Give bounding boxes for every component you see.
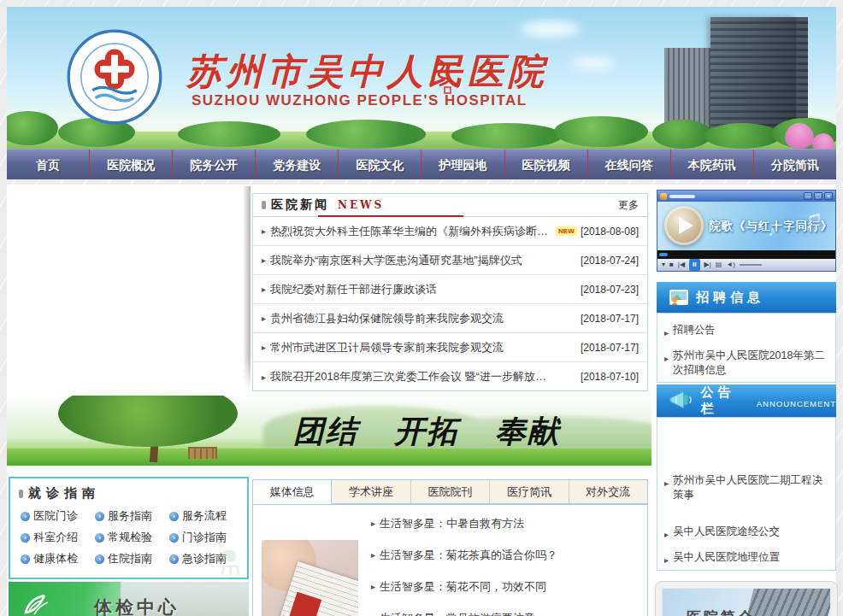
media-article-title: 生活智多星：中暑自救有方法	[380, 516, 524, 531]
stop-button[interactable]: ■	[669, 259, 674, 271]
media-article[interactable]: ▸生活智多星：菊花不同，功效不同	[371, 571, 557, 602]
arrow-icon: ▸	[262, 373, 266, 382]
play-icon	[679, 217, 693, 234]
announcement-link[interactable]: ▸吴中人民医院地理位置	[663, 546, 830, 572]
tab-学术讲座[interactable]: 学术讲座	[332, 480, 410, 504]
news-item-date: [2018-07-23]	[581, 284, 639, 296]
guide-header: 就诊指南	[10, 478, 247, 502]
news-item[interactable]: ▸我院举办“南京医科大学医患沟通研究基地”揭牌仪式[2018-07-24]	[253, 246, 647, 275]
guide-link[interactable]: ›住院指南	[95, 551, 169, 566]
nav-item[interactable]: 党务建设	[256, 150, 339, 179]
media-article[interactable]: ▸生活智多星：菊花茶真的适合你吗？	[371, 539, 557, 571]
arrow-icon: ▸	[371, 519, 375, 528]
guide-link[interactable]: ›科室介绍	[21, 530, 95, 545]
window-button[interactable]: □	[814, 192, 822, 200]
guide-link[interactable]: ›服务流程	[169, 508, 244, 524]
building-tower	[710, 17, 796, 137]
nav-item[interactable]: 护理园地	[422, 150, 504, 179]
news-item[interactable]: ▸热烈祝贺大外科主任陈革华主编的《新编外科疾病诊断与治NEW[2018-08-0…	[253, 217, 647, 246]
news-item-date: [2018-07-17]	[581, 313, 639, 325]
page: 苏州市吴中人民医院 SUZHOU WUZHONG PEOPLE'S HOSPIT…	[0, 0, 843, 616]
arrow-icon: ▸	[371, 550, 375, 560]
nav-item[interactable]: 首页	[7, 150, 90, 179]
tab-对外交流[interactable]: 对外交流	[569, 480, 647, 504]
news-item[interactable]: ▸我院纪委对新任干部进行廉政谈话[2018-07-23]	[253, 275, 647, 304]
news-item[interactable]: ▸贵州省德江县妇幼保健院领导前来我院参观交流[2018-07-17]	[253, 304, 647, 333]
nav-item[interactable]: 在线问答	[588, 150, 671, 179]
tab-媒体信息[interactable]: 媒体信息	[253, 480, 332, 504]
announcement-panel: ▸苏州市吴中人民医院二期工程决策事▸吴中人民医院途经公交▸吴中人民医院地理位置	[657, 417, 836, 571]
tree-decoration	[306, 120, 426, 149]
hospital-intro-card[interactable]: 医院简介	[655, 581, 838, 616]
announcement-link-label: 吴中人民医院地理位置	[673, 550, 780, 567]
arrow-icon: ▸	[664, 553, 669, 567]
new-badge: NEW	[556, 226, 577, 236]
news-more-link[interactable]: 更多	[618, 198, 639, 213]
guide-link[interactable]: ›服务指南	[95, 508, 169, 524]
next-button[interactable]: ▶|	[704, 259, 711, 271]
arrow-icon: ▸	[664, 476, 669, 502]
guide-link[interactable]: ›健康体检	[21, 551, 95, 566]
video-display: ♫ ♪ 院歌《与红十字同行》	[657, 202, 835, 250]
news-item-date: [2018-07-17]	[581, 342, 639, 354]
watermark-decoration: ⚗	[211, 543, 242, 579]
announcement-link[interactable]: ▸苏州市吴中人民医院二期工程决策事	[663, 469, 830, 507]
seek-bar[interactable]	[657, 250, 835, 259]
signature-mark	[433, 56, 455, 94]
tab-医院院刊[interactable]: 医院院刊	[411, 480, 490, 504]
tree-decoration	[178, 121, 280, 147]
news-item-title: 贵州省德江县妇幼保健院领导前来我院参观交流	[270, 311, 504, 326]
guide-title: 就诊指南	[28, 485, 100, 502]
news-item[interactable]: ▸常州市武进区卫计局领导专家前来我院参观交流[2018-07-17]	[253, 333, 647, 362]
window-button[interactable]: —	[804, 192, 812, 200]
recruit-link-label: 苏州市吴中人民医院2018年第二次招聘信息	[673, 349, 828, 378]
playlist-button[interactable]: ▤	[716, 259, 722, 271]
nav-item[interactable]: 医院文化	[339, 150, 422, 179]
arrow-icon: ▸	[262, 285, 266, 294]
lotus-flower	[785, 123, 814, 149]
announcement-title-en: ANNOUNCEMENT	[757, 399, 836, 408]
nav-item[interactable]: 院务公开	[173, 150, 256, 179]
guide-link[interactable]: ›医院门诊	[21, 508, 95, 524]
recruit-link[interactable]: ▸招聘公告	[663, 319, 830, 344]
media-article[interactable]: ▸生活智多星：常见旅游病要注意	[371, 602, 557, 616]
media-article[interactable]: ▸生活智多星：中暑自救有方法	[371, 507, 557, 539]
announcement-link[interactable]: ▸吴中人民医院途经公交	[663, 520, 830, 546]
media-article-title: 生活智多星：菊花不同，功效不同	[380, 579, 546, 595]
recruit-link[interactable]: ▸苏州市吴中人民医院2018年第二次招聘信息	[663, 344, 830, 382]
tab-医疗简讯[interactable]: 医疗简讯	[490, 480, 569, 504]
media-article-list: ▸生活智多星：中暑自救有方法▸生活智多星：菊花茶真的适合你吗？▸生活智多星：菊花…	[371, 507, 557, 616]
play-button[interactable]	[664, 206, 704, 245]
recruit-header[interactable]: 招聘信息	[657, 282, 836, 313]
player-controls: ▾■|◀II▶|▤◄)	[657, 259, 835, 271]
guide-link[interactable]: ›常规检验	[95, 530, 169, 545]
recruit-icon	[669, 289, 689, 306]
nav-item[interactable]: 医院视频	[505, 150, 588, 179]
circle-arrow-icon: ›	[21, 533, 30, 543]
tree-decoration	[451, 123, 563, 149]
news-item[interactable]: ▸我院召开2018年度第三次党委工作会议 暨“进一步解放思想[2018-07-1…	[253, 362, 647, 391]
volume-button[interactable]: ◄)	[726, 259, 735, 271]
media-article-title: 生活智多星：常见旅游病要注意	[380, 611, 535, 616]
player-name	[669, 195, 695, 198]
previous-button[interactable]: |◀	[678, 259, 685, 271]
slogan-word: 开拓	[394, 413, 459, 449]
hospital-news-panel: 医院新闻 NEWS 更多 ▸热烈祝贺大外科主任陈革华主编的《新编外科疾病诊断与治…	[252, 193, 648, 391]
news-header: 医院新闻 NEWS 更多	[253, 194, 647, 217]
slogan-word: 奉献	[495, 413, 560, 449]
checkup-center-banner[interactable]: 体检中心	[9, 582, 249, 616]
announcement-header[interactable]: 公告栏 ANNOUNCEMENT	[657, 384, 836, 417]
pause-button[interactable]: II	[689, 259, 699, 271]
guide-link-label: 服务流程	[182, 508, 227, 524]
nav-item[interactable]: 本院药讯	[671, 150, 754, 179]
recruit-link-label: 招聘公告	[673, 323, 716, 340]
menu-button[interactable]: ▾	[662, 259, 665, 271]
circle-arrow-icon: ›	[95, 512, 104, 521]
window-button[interactable]: ×	[824, 192, 833, 200]
arrow-icon: ▸	[262, 343, 266, 352]
nav-item[interactable]: 医院概况	[90, 150, 173, 179]
circle-arrow-icon: ›	[95, 533, 104, 543]
volume-slider[interactable]	[740, 264, 762, 266]
nav-item[interactable]: 分院简讯	[754, 150, 836, 179]
bullet-icon	[19, 490, 23, 498]
